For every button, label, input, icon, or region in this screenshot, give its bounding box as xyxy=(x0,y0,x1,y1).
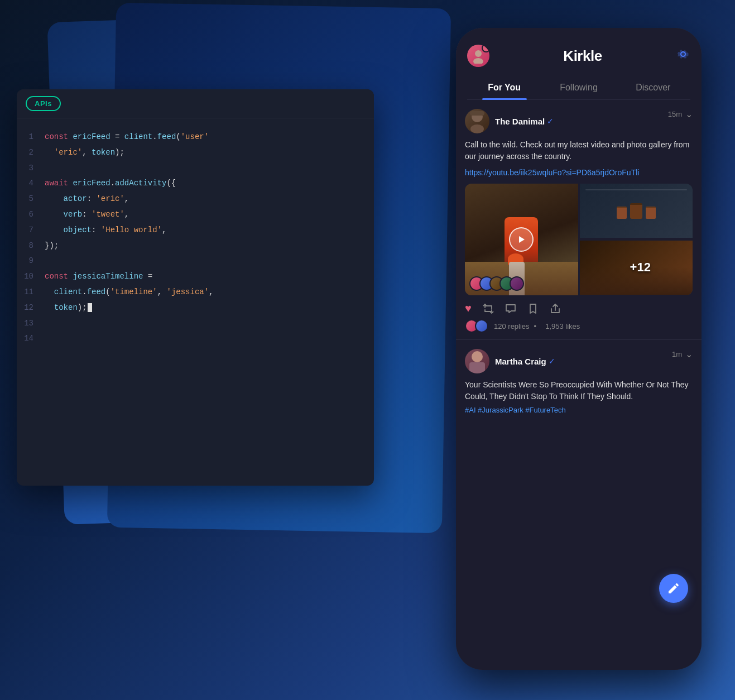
code-line-8: 8 }); xyxy=(17,238,374,254)
tab-for-you[interactable]: For You xyxy=(467,76,541,99)
post-time-2: 1m xyxy=(672,350,682,358)
svg-point-4 xyxy=(470,124,484,133)
svg-marker-5 xyxy=(519,236,525,243)
code-line-5: 5 actor: 'eric', xyxy=(17,191,374,207)
danimal-verified-icon: ✓ xyxy=(547,117,554,126)
code-line-12: 12 token); xyxy=(17,300,374,316)
post-stats-1: 120 replies • 1,953 likes xyxy=(465,319,693,339)
danimal-name: The Danimal xyxy=(495,117,545,126)
danimal-name-row: The Danimal ✓ xyxy=(495,117,554,126)
app-title: Kirkle xyxy=(563,47,602,65)
martha-name-row: Martha Craig ✓ xyxy=(495,357,555,366)
retweet-button-1[interactable] xyxy=(483,303,494,314)
photo-grid-1: +12 xyxy=(465,184,693,295)
apis-badge[interactable]: APIs xyxy=(26,96,61,111)
like-button-1[interactable]: ♥ xyxy=(465,302,472,315)
phone-header: Kirkle For You Following Discover xyxy=(456,28,702,100)
code-body: 1 const ericFeed = client.feed('user' 2 … xyxy=(17,118,374,358)
share-button-1[interactable] xyxy=(550,303,561,314)
svg-rect-3 xyxy=(470,111,484,116)
code-line-2: 2 'eric', token); xyxy=(17,145,374,161)
photo-1-large[interactable] xyxy=(465,184,578,295)
svg-rect-7 xyxy=(469,362,485,373)
code-line-14: 14 xyxy=(17,331,374,347)
photo-3-bottom-right[interactable]: +12 xyxy=(580,241,693,295)
post-user-info-2: Martha Craig ✓ xyxy=(465,349,555,373)
code-editor: APIs 1 const ericFeed = client.feed('use… xyxy=(17,89,374,486)
post-card-1: The Danimal ✓ 15m ⌄ Call to the wild. Ch… xyxy=(456,100,702,340)
svg-point-0 xyxy=(475,50,482,57)
phone-content: The Danimal ✓ 15m ⌄ Call to the wild. Ch… xyxy=(456,100,702,670)
post-replies-count: 120 replies xyxy=(494,322,530,330)
phone-container: Kirkle For You Following Discover xyxy=(456,28,702,670)
code-line-3: 3 xyxy=(17,161,374,176)
post-link-1[interactable]: https://youtu.be/iik25wqluFo?si=PD6a5rjd… xyxy=(465,168,693,177)
post-header-1: The Danimal ✓ 15m ⌄ xyxy=(465,109,693,133)
martha-name: Martha Craig xyxy=(495,357,546,366)
phone-frame: Kirkle For You Following Discover xyxy=(456,28,702,670)
post-actions-1: ♥ xyxy=(465,295,693,319)
mini-avatar-5 xyxy=(510,276,524,291)
chevron-down-icon-2[interactable]: ⌄ xyxy=(685,349,693,359)
svg-point-1 xyxy=(473,58,483,64)
code-line-7: 7 object: 'Hello world', xyxy=(17,223,374,238)
tab-discover[interactable]: Discover xyxy=(616,76,690,99)
martha-verified-icon: ✓ xyxy=(549,357,555,366)
post-meta-2: 1m ⌄ xyxy=(672,349,693,359)
svg-point-6 xyxy=(472,351,483,362)
tab-following[interactable]: Following xyxy=(541,76,616,99)
danimal-avatar[interactable] xyxy=(465,109,489,133)
chevron-down-icon-1[interactable]: ⌄ xyxy=(685,109,693,119)
post-meta-1: 15m ⌄ xyxy=(668,109,693,119)
post-text-2: Your Scientists Were So Preoccupied With… xyxy=(465,379,693,402)
post-text-1: Call to the wild. Check out my latest vi… xyxy=(465,139,693,162)
stats-avatar-2 xyxy=(475,319,488,333)
bookmark-button-1[interactable] xyxy=(527,303,539,314)
code-line-4: 4 await ericFeed.addActivity({ xyxy=(17,176,374,191)
photo-plus-count: +12 xyxy=(630,260,651,274)
comment-button-1[interactable] xyxy=(505,303,516,314)
post-header-2: Martha Craig ✓ 1m ⌄ xyxy=(465,349,693,373)
phone-top-bar: Kirkle xyxy=(467,39,690,76)
code-line-9: 9 xyxy=(17,253,374,269)
post-hashtags-2[interactable]: #AI #JurassicPark #FutureTech xyxy=(465,406,693,414)
code-line-1: 1 const ericFeed = client.feed('user' xyxy=(17,130,374,145)
code-line-11: 11 client.feed('timeline', 'jessica', xyxy=(17,285,374,300)
code-line-13: 13 xyxy=(17,316,374,332)
post-avatars-row xyxy=(469,276,520,291)
post-card-2: Martha Craig ✓ 1m ⌄ Your Scientists Were… xyxy=(456,340,702,421)
settings-icon[interactable] xyxy=(676,47,690,65)
photo-2-top-right[interactable] xyxy=(580,184,693,238)
martha-avatar[interactable] xyxy=(465,349,489,373)
stats-separator: • xyxy=(534,322,537,330)
post-user-info-1: The Danimal ✓ xyxy=(465,109,554,133)
code-line-10: 10 const jessicaTimeline = xyxy=(17,269,374,285)
post-time-1: 15m xyxy=(668,110,682,118)
play-button[interactable] xyxy=(509,227,534,252)
avatar[interactable] xyxy=(467,45,489,67)
code-editor-header: APIs xyxy=(17,89,374,118)
code-line-6: 6 verb: 'tweet', xyxy=(17,207,374,223)
stats-avatars-1 xyxy=(465,319,485,333)
phone-tabs: For You Following Discover xyxy=(467,76,690,100)
post-likes-count: 1,953 likes xyxy=(545,322,580,330)
compose-fab-button[interactable] xyxy=(659,574,688,603)
